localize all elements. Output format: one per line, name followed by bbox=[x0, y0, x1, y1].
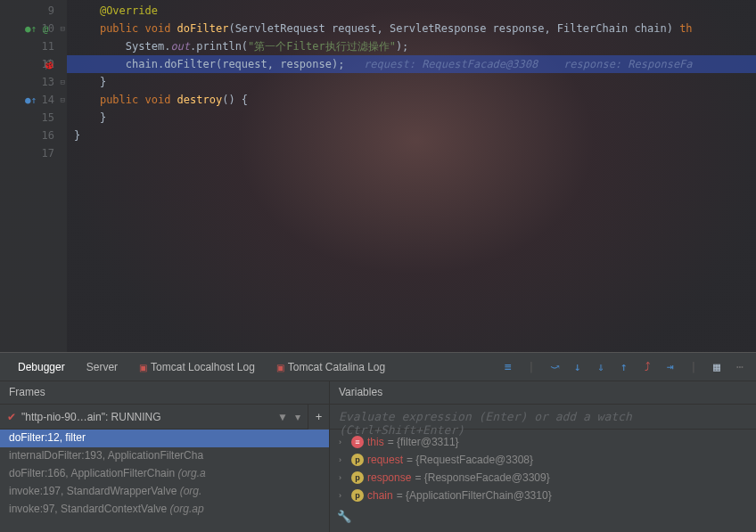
frames-header: Frames bbox=[0, 381, 329, 405]
expand-icon[interactable]: › bbox=[339, 473, 348, 482]
code-line[interactable]: } bbox=[67, 109, 756, 127]
code-line[interactable]: } bbox=[67, 73, 756, 91]
gutter-line[interactable]: 🐞12 bbox=[0, 55, 67, 73]
this-badge-icon: ≡ bbox=[351, 436, 364, 448]
expand-icon[interactable]: › bbox=[339, 455, 348, 464]
step-out-icon[interactable]: ↑ bbox=[617, 360, 631, 374]
gutter-line[interactable]: ●↑ @10⊟ bbox=[0, 20, 67, 37]
drop-frame-icon[interactable]: ⤴ bbox=[640, 360, 654, 374]
divider: | bbox=[686, 360, 701, 374]
frame-item[interactable]: invoke:197, StandardWrapperValve (org. bbox=[0, 483, 329, 501]
variable-row[interactable]: › p chain = {ApplicationFilterChain@3310… bbox=[330, 487, 756, 504]
tab-debugger[interactable]: Debugger bbox=[7, 356, 76, 379]
gutter-line[interactable]: 15 bbox=[0, 109, 67, 127]
variable-row[interactable]: › p response = {ResponseFacade@3309} bbox=[330, 469, 756, 487]
gutter-line[interactable]: ●↑14⊟ bbox=[0, 91, 67, 109]
watch-input[interactable]: Evaluate expression (Enter) or add a wat… bbox=[330, 405, 756, 430]
variables-header: Variables bbox=[330, 381, 756, 405]
gutter-line[interactable]: 9 bbox=[0, 2, 67, 20]
gutter: 9 ●↑ @10⊟ 11 🐞12 13⊟ ●↑14⊟ 15 16 17 bbox=[0, 0, 67, 352]
add-thread-button[interactable]: + bbox=[308, 405, 329, 430]
code-line[interactable] bbox=[67, 144, 756, 162]
tomcat-icon: ▣ bbox=[276, 363, 284, 372]
tab-localhost-log[interactable]: ▣Tomcat Localhost Log bbox=[128, 356, 266, 379]
gutter-line[interactable]: 17 bbox=[0, 144, 67, 162]
frame-item[interactable]: invoke:97, StandardContextValve (org.ap bbox=[0, 501, 329, 519]
debug-panels: Frames ✔ "http-nio-90…ain": RUNNING ▼ ▾ … bbox=[0, 381, 756, 532]
check-icon: ✔ bbox=[7, 411, 16, 423]
param-badge-icon: p bbox=[351, 489, 364, 502]
divider: | bbox=[524, 360, 538, 374]
fold-icon[interactable]: ⊟ bbox=[61, 78, 65, 86]
tab-server[interactable]: Server bbox=[76, 356, 128, 379]
frame-item[interactable]: internalDoFilter:193, ApplicationFilterC… bbox=[0, 447, 329, 465]
dropdown-icon[interactable]: ▾ bbox=[295, 411, 300, 423]
evaluate-icon[interactable]: ▦ bbox=[710, 360, 724, 374]
frame-list: doFilter:12, filter internalDoFilter:193… bbox=[0, 430, 329, 532]
filter-icon[interactable]: ▼ bbox=[277, 411, 288, 423]
breakpoint-icon[interactable]: 🐞 bbox=[43, 59, 55, 70]
expand-icon[interactable]: › bbox=[339, 438, 348, 446]
frame-item[interactable]: doFilter:12, filter bbox=[0, 430, 329, 447]
fold-icon[interactable]: ⊟ bbox=[61, 95, 65, 104]
code-area[interactable]: @Override public void doFilter(ServletRe… bbox=[67, 0, 756, 352]
param-badge-icon: p bbox=[351, 471, 364, 484]
thread-selector[interactable]: ✔ "http-nio-90…ain": RUNNING ▼ ▾ bbox=[0, 405, 308, 430]
expand-icon[interactable]: › bbox=[339, 491, 348, 500]
step-into-icon[interactable]: ↓ bbox=[571, 360, 585, 374]
show-execution-icon[interactable]: ≡ bbox=[501, 360, 515, 374]
tab-catalina-log[interactable]: ▣Tomcat Catalina Log bbox=[266, 356, 396, 379]
code-line[interactable]: public void doFilter(ServletRequest requ… bbox=[67, 20, 756, 37]
more-icon[interactable]: ⋯ bbox=[733, 360, 747, 374]
variable-list: › ≡ this = {filter@3311} › p request = {… bbox=[330, 430, 756, 508]
code-line[interactable]: System.out.println("第一个Filter执行过滤操作"); bbox=[67, 37, 756, 55]
frames-panel: Frames ✔ "http-nio-90…ain": RUNNING ▼ ▾ … bbox=[0, 381, 330, 532]
tab-bar: Debugger Server ▣Tomcat Localhost Log ▣T… bbox=[0, 353, 756, 381]
tomcat-icon: ▣ bbox=[139, 363, 147, 372]
variable-row[interactable]: › p request = {RequestFacade@3308} bbox=[330, 451, 756, 469]
force-step-into-icon[interactable]: ⇓ bbox=[594, 360, 608, 374]
variable-row[interactable]: › ≡ this = {filter@3311} bbox=[330, 433, 756, 451]
settings-icon[interactable]: 🔧 bbox=[337, 510, 351, 523]
debug-panel: Debugger Server ▣Tomcat Localhost Log ▣T… bbox=[0, 352, 756, 532]
run-to-cursor-icon[interactable]: ⇥ bbox=[663, 360, 678, 374]
code-line[interactable]: @Override bbox=[67, 2, 756, 20]
gutter-line[interactable]: 13⊟ bbox=[0, 73, 67, 91]
editor-area: 9 ●↑ @10⊟ 11 🐞12 13⊟ ●↑14⊟ 15 16 17 @Ove… bbox=[0, 0, 756, 352]
variables-panel: Variables Evaluate expression (Enter) or… bbox=[330, 381, 756, 532]
param-badge-icon: p bbox=[351, 454, 364, 466]
gutter-line[interactable]: 16 bbox=[0, 127, 67, 144]
code-line-current[interactable]: chain.doFilter(request, response); reque… bbox=[67, 55, 756, 73]
override-icon: ●↑ bbox=[25, 94, 37, 106]
fold-icon[interactable]: ⊟ bbox=[61, 24, 65, 33]
override-icon: ●↑ @ bbox=[25, 23, 49, 35]
debug-toolbar: ≡ | ⤻ ↓ ⇓ ↑ ⤴ ⇥ | ▦ ⋯ bbox=[501, 360, 756, 374]
code-line[interactable]: } bbox=[67, 127, 756, 144]
step-over-icon[interactable]: ⤻ bbox=[547, 360, 562, 374]
gutter-line[interactable]: 11 bbox=[0, 37, 67, 55]
code-line[interactable]: public void destroy() { bbox=[67, 91, 756, 109]
frame-item[interactable]: doFilter:166, ApplicationFilterChain (or… bbox=[0, 465, 329, 483]
